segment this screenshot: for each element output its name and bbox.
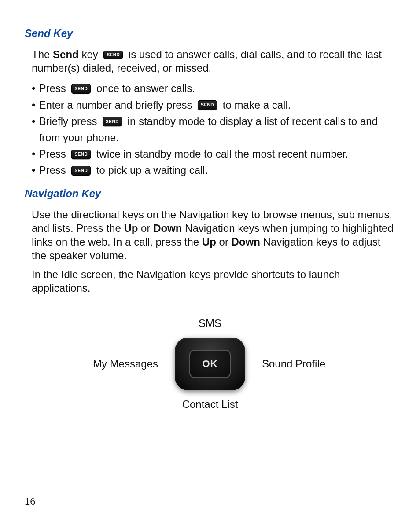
navigation-key-para-1: Use the directional keys on the Navigati… xyxy=(25,208,395,263)
bullet-icon: • xyxy=(32,162,35,178)
text-bold-up: Up xyxy=(202,236,216,248)
heading-navigation-key: Navigation Key xyxy=(25,187,395,200)
send-key-icon: SEND xyxy=(71,166,91,176)
text: to pick up a waiting call. xyxy=(93,164,208,176)
list-item: • Press SEND twice in standby mode to ca… xyxy=(32,146,395,162)
nav-shortcut-down: Contact List xyxy=(182,398,238,411)
text: Press xyxy=(39,164,69,176)
bullet-icon: • xyxy=(32,80,35,96)
text-bold-down: Down xyxy=(232,236,260,248)
text: Press xyxy=(39,82,69,94)
navigation-key-para-2: In the Idle screen, the Navigation keys … xyxy=(25,268,395,295)
text: to make a call. xyxy=(220,99,291,111)
text: twice in standby mode to call the most r… xyxy=(93,148,348,160)
bullet-icon: • xyxy=(32,97,35,113)
navigation-key-diagram: SMS My Messages OK Sound Profile Contact… xyxy=(25,317,395,411)
send-key-bullets: • Press SEND once to answer calls. • Ent… xyxy=(25,80,395,178)
nav-shortcut-right: Sound Profile xyxy=(250,358,325,370)
text: once to answer calls. xyxy=(93,82,195,94)
text-bold-send: Send xyxy=(53,48,79,60)
send-key-icon: SEND xyxy=(71,84,91,94)
nav-shortcut-up: SMS xyxy=(199,317,221,330)
text-bold-up: Up xyxy=(124,222,138,234)
text: Press xyxy=(39,148,69,160)
bullet-icon: • xyxy=(32,146,35,162)
bullet-icon: • xyxy=(32,113,35,129)
text: or xyxy=(138,222,153,234)
text-bold-down: Down xyxy=(153,222,182,234)
list-item: • Briefly press SEND in standby mode to … xyxy=(32,113,395,146)
text: Enter a number and briefly press xyxy=(39,99,195,111)
text: or xyxy=(216,236,232,248)
heading-send-key: Send Key xyxy=(25,27,395,40)
send-key-icon: SEND xyxy=(103,117,122,127)
text: key xyxy=(79,48,101,60)
ok-button-label: OK xyxy=(189,350,231,378)
text: The xyxy=(32,48,53,60)
send-key-icon: SEND xyxy=(103,51,123,59)
send-key-intro: The Send key SEND is used to answer call… xyxy=(25,48,395,75)
list-item: • Enter a number and briefly press SEND … xyxy=(32,97,395,113)
text: Briefly press xyxy=(39,115,100,127)
nav-shortcut-left: My Messages xyxy=(93,358,170,370)
send-key-icon: SEND xyxy=(198,100,217,110)
list-item: • Press SEND to pick up a waiting call. xyxy=(32,162,395,178)
list-item: • Press SEND once to answer calls. xyxy=(32,80,395,96)
navigation-key-icon: OK xyxy=(175,338,245,390)
send-key-icon: SEND xyxy=(71,150,91,159)
